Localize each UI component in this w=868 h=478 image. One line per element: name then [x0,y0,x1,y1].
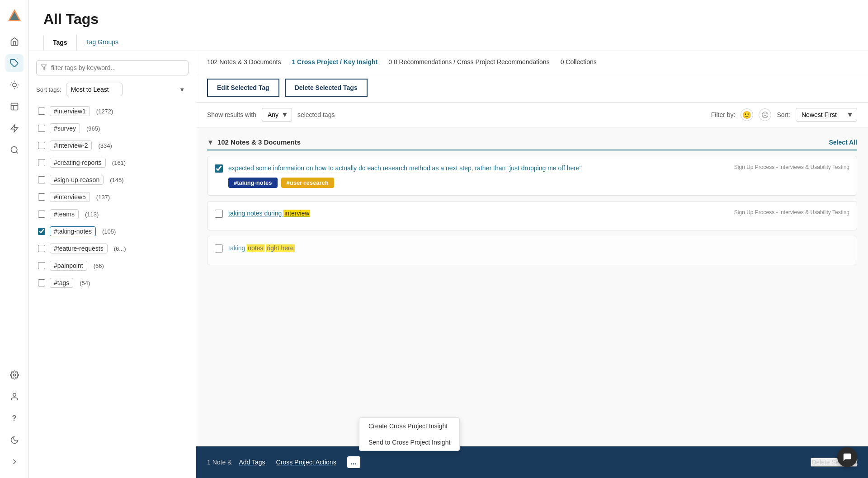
tag-row: #feature-requests (6...) [36,241,189,256]
sidebar-item-search[interactable] [5,141,24,159]
sidebar-item-settings[interactable] [5,366,24,384]
stat-collections: 0 Collections [561,58,597,66]
tag-checkbox-interview1[interactable] [38,108,45,115]
sort-filter-label: Sort: [777,111,790,118]
tag-row: #creating-reports (161) [36,155,189,170]
note-card-2: taking notes during interview Sign Up Pr… [207,201,857,230]
section-header: ▼ 102 Notes & 3 Documents Select All [207,135,857,150]
tag-name[interactable]: #sign-up-reason [50,175,104,185]
tag-count: (6...) [114,245,126,252]
stat-notes-docs: 102 Notes & 3 Documents [207,58,281,66]
tag-checkbox-painpoint[interactable] [38,262,45,269]
svg-line-15 [16,152,18,154]
tab-tag-groups[interactable]: Tag Groups [77,35,127,51]
ellipsis-button[interactable]: ... [347,456,360,468]
edit-selected-tag-button[interactable]: Edit Selected Tag [207,79,279,97]
filter-row: Show results with Any ▼ selected tags Fi… [196,103,868,127]
header: All Tags Tags Tag Groups [29,0,868,51]
tag-count: (334) [98,142,112,149]
note-tag-taking-notes[interactable]: #taking-notes [228,178,278,188]
tag-name[interactable]: #teams [50,209,79,219]
tag-name[interactable]: #taking-notes [50,226,96,236]
sort-order-select[interactable]: Newest FirstOldest FirstMost Relevant [796,108,857,122]
sidebar-item-moon[interactable] [5,431,24,449]
collapse-icon[interactable]: ▼ [207,138,214,146]
tag-name[interactable]: #interview5 [50,192,90,202]
cross-project-actions-button[interactable]: Cross Project Actions [276,459,336,466]
selected-tags-label: selected tags [297,111,706,118]
main-content: All Tags Tags Tag Groups Sort tags: Most… [29,0,868,478]
note-tags-1: #taking-notes #user-research [228,178,729,188]
sidebar-item-export[interactable] [5,453,24,471]
svg-marker-13 [11,125,18,132]
sidebar-item-lightning[interactable] [5,119,24,137]
svg-marker-18 [41,65,47,70]
app-logo[interactable] [6,7,23,23]
svg-point-16 [13,374,15,376]
tag-count: (54) [80,280,90,286]
tag-checkbox-creating-reports[interactable] [38,159,45,166]
tag-checkbox-survey[interactable] [38,125,45,132]
highlight-right-here: right here [266,244,294,252]
select-all-button[interactable]: Select All [829,139,857,146]
negative-filter-icon[interactable]: ☹ [759,108,771,121]
sidebar-item-help[interactable]: ? [5,409,24,427]
svg-line-6 [11,82,12,83]
tag-checkbox-interview5[interactable] [38,193,45,201]
tag-name[interactable]: #feature-requests [50,244,108,253]
tag-name[interactable]: #survey [50,123,80,133]
tag-name[interactable]: #painpoint [50,261,87,271]
sort-select[interactable]: Most to LeastLeast to MostA to ZZ to A [66,83,123,96]
tag-name[interactable]: #interview1 [50,106,90,116]
send-to-cross-project-item[interactable]: Send to Cross Project Insight [359,434,459,450]
tag-list: #interview1 (1272) #survey (965) #interv… [36,103,189,291]
cross-project-popup: Create Cross Project Insight Send to Cro… [359,417,460,451]
tag-name[interactable]: #creating-reports [50,158,106,168]
sort-select-wrap: Most to LeastLeast to MostA to ZZ to A ▼ [66,83,189,96]
sidebar-item-home[interactable] [5,33,24,51]
section-title-row: ▼ 102 Notes & 3 Documents [207,138,301,146]
chat-bubble[interactable] [837,447,857,467]
sidebar-item-notes[interactable] [5,98,24,116]
filter-icon [41,64,47,72]
stats-bar: 102 Notes & 3 Documents 1 Cross Project … [196,51,868,73]
show-results-label: Show results with [207,111,256,118]
results-section: ▼ 102 Notes & 3 Documents Select All exp… [196,127,868,478]
tag-filter-input[interactable] [36,60,189,75]
note-checkbox-2[interactable] [215,210,223,218]
tag-checkbox-tags[interactable] [38,279,45,286]
note-text-1[interactable]: expected some information on how to actu… [228,164,729,173]
tag-row: #interview5 (137) [36,189,189,205]
note-tag-user-research[interactable]: #user-research [281,178,334,188]
tag-checkbox-taking-notes[interactable] [38,228,45,235]
any-select-wrap: Any ▼ [262,108,292,122]
left-panel: Sort tags: Most to LeastLeast to MostA t… [29,51,196,478]
sidebar: ? [0,0,29,478]
tag-name[interactable]: #interview-2 [50,141,92,150]
create-cross-project-item[interactable]: Create Cross Project Insight [359,418,459,434]
tag-count: (161) [112,159,126,166]
note-checkbox-3[interactable] [215,244,223,253]
any-select[interactable]: Any [262,108,292,122]
tag-checkbox-teams[interactable] [38,211,45,218]
tag-checkbox-interview2[interactable] [38,142,45,149]
right-panel: 102 Notes & 3 Documents 1 Cross Project … [196,51,868,478]
positive-filter-icon[interactable]: 🙂 [741,108,753,121]
note-card-3: taking notes right here [207,236,857,265]
delete-selected-tags-button[interactable]: Delete Selected Tags [285,79,368,97]
tab-tags[interactable]: Tags [43,35,77,51]
tag-row: #sign-up-reason (145) [36,172,189,187]
note-text-3[interactable]: taking notes right here [228,244,781,253]
highlight-notes: notes [247,244,264,252]
tag-checkbox-sign-up-reason[interactable] [38,176,45,183]
sidebar-item-user[interactable] [5,388,24,406]
tag-name[interactable]: #tags [50,278,73,288]
add-tags-button[interactable]: Add Tags [239,459,265,466]
sidebar-item-insights[interactable] [5,76,24,94]
tag-checkbox-feature-requests[interactable] [38,245,45,252]
note-text-2[interactable]: taking notes during interview [228,209,729,218]
note-checkbox-1[interactable] [215,164,223,173]
sidebar-item-tags[interactable] [5,54,24,72]
svg-rect-10 [11,103,18,110]
stat-recommendations: 0 0 Recommendations / Cross Project Reco… [388,58,549,66]
